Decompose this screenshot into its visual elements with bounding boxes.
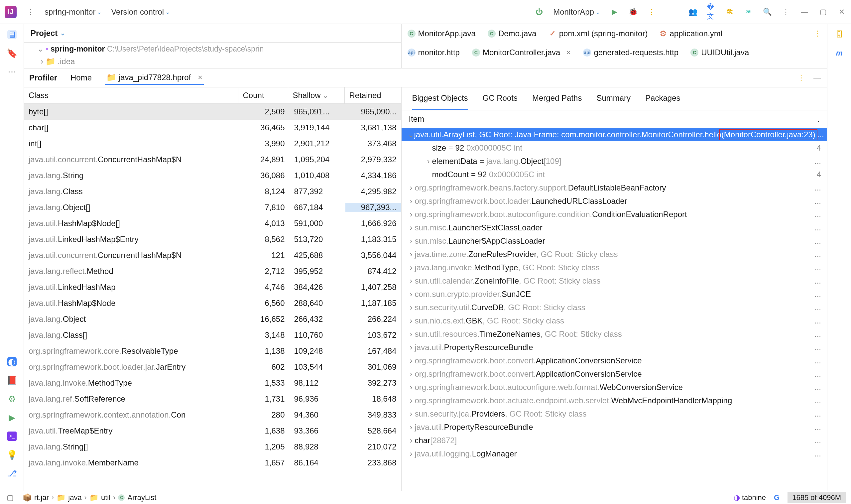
col-retained[interactable]: Retained	[345, 87, 401, 103]
table-row[interactable]: java.util.LinkedHashMap$Entry 8,562 513,…	[24, 231, 401, 247]
table-row[interactable]: java.lang.reflect.Method 2,712 395,952 8…	[24, 263, 401, 279]
tree-row[interactable]: modCount = 92 0x0000005C int4	[402, 168, 827, 181]
tool2-icon[interactable]: 📕	[7, 376, 17, 385]
maven-icon[interactable]: m	[835, 49, 844, 58]
tree-row[interactable]: › java.util.PropertyResourceBundle...	[402, 420, 827, 434]
obj-tab[interactable]: Biggest Objects	[412, 87, 468, 110]
tree-row[interactable]: › org.springframework.boot.convert.Appli…	[402, 367, 827, 381]
table-row[interactable]: java.util.HashMap$Node[] 4,013 591,000 1…	[24, 215, 401, 231]
table-row[interactable]: java.util.concurrent.ConcurrentHashMap$N…	[24, 151, 401, 167]
table-row[interactable]: int[] 3,990 2,901,212 373,468	[24, 136, 401, 151]
more-run-icon[interactable]: ⋮	[647, 7, 656, 17]
run-config-dropdown[interactable]: MonitorApp ⌄	[553, 7, 600, 17]
settings-more-icon[interactable]: ⋮	[781, 7, 791, 17]
editor-tab[interactable]: ✓ pom.xml (spring-monitor)	[543, 24, 654, 43]
ide-settings-icon[interactable]: 🛠	[725, 7, 735, 17]
table-row[interactable]: org.springframework.boot.loader.jar.JarE…	[24, 359, 401, 375]
tree-row[interactable]: › org.springframework.boot.autoconfigure…	[402, 381, 827, 394]
breadcrumb[interactable]: 📦 rt.jar › 📁 java › 📁 util › C ArrayList	[23, 493, 156, 502]
tree-row[interactable]: › char[28672]...	[402, 434, 827, 447]
tree-row[interactable]: › com.sun.crypto.provider.SunJCE...	[402, 288, 827, 301]
tree-row[interactable]: › java.util.logging.LogManager...	[402, 447, 827, 461]
tree-row[interactable]: › sun.misc.Launcher$AppClassLoader...	[402, 234, 827, 248]
obj-tab[interactable]: Packages	[645, 87, 680, 110]
table-row[interactable]: java.util.LinkedHashMap 4,746 384,426 1,…	[24, 279, 401, 295]
obj-tab[interactable]: GC Roots	[483, 87, 518, 110]
profiler-file-tab[interactable]: 📁 java_pid77828.hprof ×	[105, 71, 204, 85]
table-row[interactable]: java.lang.Class[] 3,148 110,760 103,672	[24, 327, 401, 343]
project-root[interactable]: ⌄ ▪ spring-monitor C:\Users\Peter\IdeaPr…	[24, 42, 401, 57]
table-row[interactable]: java.lang.invoke.MemberName 1,657 86,164…	[24, 455, 401, 471]
tool4-icon[interactable]: ▶	[7, 413, 17, 422]
tree-row[interactable]: › org.springframework.boot.actuate.endpo…	[402, 394, 827, 407]
tabnine-label[interactable]: ◑ tabnine	[734, 493, 766, 502]
debug-icon[interactable]: 🐞	[628, 7, 638, 17]
tool1-icon[interactable]: ◐	[7, 357, 17, 366]
project-dropdown[interactable]: spring-monitor ⌄	[44, 7, 102, 17]
tree-row[interactable]: › org.springframework.beans.factory.supp…	[402, 181, 827, 195]
atom-icon[interactable]: ⚛	[744, 7, 753, 17]
tree-row[interactable]: › sun.security.util.CurveDB, GC Root: St…	[402, 301, 827, 314]
editor-tab[interactable]: C MonitorController.java ×	[466, 43, 577, 62]
search-icon[interactable]: 🔍	[763, 7, 772, 17]
tree-row[interactable]: › elementData = java.lang.Object[109]...	[402, 155, 827, 168]
profiler-minimize-icon[interactable]: —	[812, 73, 822, 83]
table-row[interactable]: java.lang.String[] 1,205 88,928 210,072	[24, 439, 401, 455]
tabs-more-icon[interactable]: ⋮	[813, 29, 822, 38]
tree-row[interactable]: › sun.util.calendar.ZoneInfoFile, GC Roo…	[402, 274, 827, 288]
editor-tab[interactable]: C MonitorApp.java	[402, 24, 482, 43]
tree-row[interactable]: › java.util.PropertyResourceBundle...	[402, 341, 827, 354]
table-row[interactable]: org.springframework.core.ResolvableType …	[24, 343, 401, 359]
memory-indicator[interactable]: 1685 of 4096M	[787, 492, 846, 503]
close-icon[interactable]: ✕	[837, 7, 846, 17]
table-row[interactable]: java.util.TreeMap$Entry 1,638 93,366 528…	[24, 423, 401, 439]
tree-row[interactable]: › org.springframework.boot.loader.Launch…	[402, 195, 827, 208]
run-icon[interactable]: ▶	[610, 7, 619, 17]
tree-row[interactable]: › sun.nio.cs.ext.GBK, GC Root: Sticky cl…	[402, 314, 827, 327]
google-icon[interactable]: G	[774, 493, 780, 502]
tree-col-item[interactable]: Item	[409, 114, 424, 124]
editor-tab[interactable]: api monitor.http	[402, 43, 466, 62]
git-icon[interactable]: ⎇	[7, 469, 17, 478]
table-row[interactable]: java.util.HashMap$Node 6,560 288,640 1,1…	[24, 295, 401, 311]
project-sub[interactable]: › 📁 .idea	[24, 57, 401, 68]
editor-tab[interactable]: C Demo.java	[482, 24, 543, 43]
obj-tab[interactable]: Merged Paths	[532, 87, 582, 110]
table-row[interactable]: java.lang.invoke.MethodType 1,533 98,112…	[24, 375, 401, 391]
table-row[interactable]: java.lang.ref.SoftReference 1,731 96,936…	[24, 391, 401, 407]
obj-tab[interactable]: Summary	[596, 87, 631, 110]
col-count[interactable]: Count	[238, 87, 288, 103]
table-row[interactable]: byte[] 2,509 965,091... 965,090...	[24, 104, 401, 120]
tree-row[interactable]: › java.lang.invoke.MethodType, GC Root: …	[402, 261, 827, 274]
minimize-icon[interactable]: —	[800, 7, 809, 17]
editor-tab[interactable]: C UUIDUtil.java	[685, 43, 755, 62]
table-row[interactable]: org.springframework.context.annotation.C…	[24, 407, 401, 423]
translate-icon[interactable]: �文	[707, 7, 716, 17]
tool5-icon[interactable]: 💡	[7, 450, 17, 460]
tree-row[interactable]: › sun.misc.Launcher$ExtClassLoader...	[402, 221, 827, 234]
editor-tab[interactable]: ⚙ application.yml	[654, 24, 728, 43]
menu-icon[interactable]: ⋮	[26, 7, 35, 17]
maximize-icon[interactable]: ▢	[818, 7, 828, 17]
tree-row[interactable]: size = 92 0x0000005C int4	[402, 141, 827, 155]
editor-tab[interactable]: api generated-requests.http	[577, 43, 685, 62]
table-row[interactable]: java.lang.Object[] 7,810 667,184 967,393…	[24, 199, 401, 215]
tree-row[interactable]: ⌄ java.util.ArrayList, GC Root: Java Fra…	[402, 128, 827, 141]
col-class[interactable]: Class	[24, 87, 238, 103]
vcs-dropdown[interactable]: Version control ⌄	[111, 7, 170, 17]
profiler-home-tab[interactable]: Home	[69, 71, 93, 85]
tree-row[interactable]: › sun.util.resources.TimeZoneNames, GC R…	[402, 327, 827, 341]
bookmarks-icon[interactable]: 🔖	[7, 49, 17, 58]
tree-row[interactable]: › org.springframework.boot.convert.Appli…	[402, 354, 827, 367]
code-with-me-icon[interactable]: 👥	[688, 7, 698, 17]
terminal-icon[interactable]: >_	[7, 432, 17, 441]
col-shallow[interactable]: Shallow ⌄	[288, 87, 345, 103]
db-icon[interactable]: 🗄	[835, 30, 844, 39]
table-row[interactable]: char[] 36,465 3,919,144 3,681,138	[24, 120, 401, 136]
table-row[interactable]: java.lang.Class 8,124 877,392 4,295,982	[24, 183, 401, 199]
tool3-icon[interactable]: ⚙	[7, 394, 17, 403]
table-row[interactable]: java.util.concurrent.ConcurrentHashMap$N…	[24, 247, 401, 263]
tree-row[interactable]: › sun.security.jca.Providers, GC Root: S…	[402, 407, 827, 420]
table-row[interactable]: java.lang.Object 16,652 266,432 266,224	[24, 311, 401, 327]
profiler-more-icon[interactable]: ⋮	[796, 73, 806, 83]
